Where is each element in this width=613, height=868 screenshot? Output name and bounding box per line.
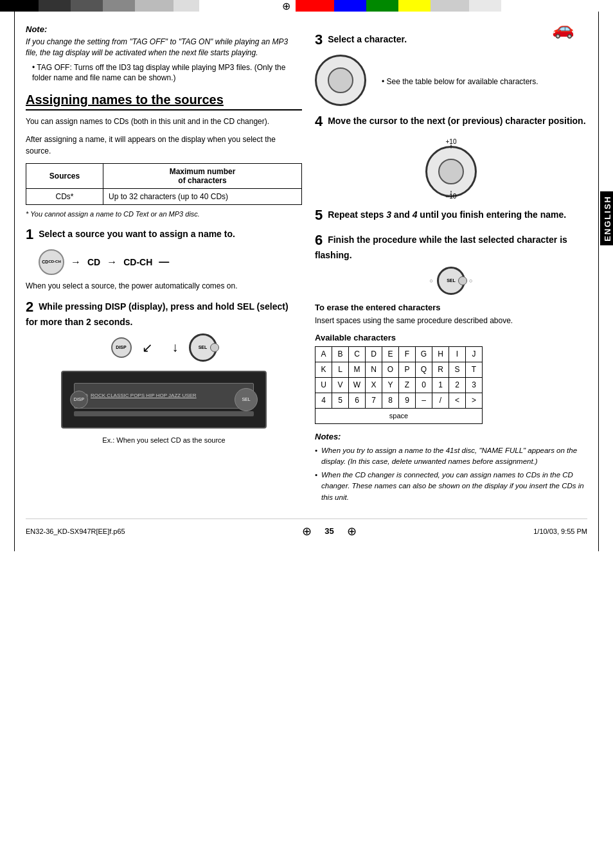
char-G: G [416, 346, 432, 362]
char-gt: > [466, 393, 483, 408]
step5-italic-4: 4 [413, 209, 418, 220]
char-K: K [315, 362, 332, 377]
radio-disp-btn: DISP [70, 391, 88, 409]
left-border [14, 12, 15, 551]
step1-heading: 1 Select a source you want to assign a n… [26, 226, 302, 244]
char-lt: < [449, 393, 466, 408]
avail-chars-heading: Available characters [315, 333, 587, 342]
footnote: * You cannot assign a name to CD Text or… [26, 210, 302, 218]
top-bar-right [296, 0, 613, 12]
color-white [501, 0, 613, 12]
char-A: A [315, 346, 332, 362]
char-4: 4 [315, 393, 332, 408]
cd-to-label: CD-CH [123, 257, 152, 267]
color-red [296, 0, 334, 12]
char-U: U [315, 377, 332, 393]
step4-svg [422, 136, 480, 200]
color-lighter [173, 0, 199, 12]
step6-diagram: ○ SEL ○ [315, 267, 587, 295]
note-bottom-2: When the CD changer is connected, you ca… [315, 470, 587, 503]
left-column: Note: If you change the setting from "TA… [26, 24, 302, 506]
english-tab: ENGLISH [600, 191, 613, 245]
char-7: 7 [366, 393, 382, 408]
note-bottom-1: When you try to assign a name to the 41s… [315, 445, 587, 468]
note-block: Note: If you change the setting from "TA… [26, 24, 302, 84]
right-column: 3 Select a character. See the table belo… [315, 24, 587, 506]
note-text: If you change the setting from "TAG OFF"… [26, 37, 302, 58]
step4-num: 4 [315, 113, 323, 129]
disp-btn-group: DISP [111, 337, 132, 358]
step6-heading: 6 Finish the procedure while the last se… [315, 231, 587, 261]
intro-text-2: After assigning a name, it will appears … [26, 134, 302, 157]
color-green [366, 0, 398, 12]
char-space: space [315, 408, 483, 423]
sel-indicator-o: ○ [430, 278, 433, 284]
disp-button: DISP [111, 337, 132, 358]
sel-text-6: SEL [447, 278, 456, 283]
char-R: R [432, 362, 449, 377]
knob-3-inner [328, 67, 353, 93]
top-bar-left [0, 0, 276, 12]
char-Z: Z [399, 377, 416, 393]
step6-text: Finish the procedure while the last sele… [315, 235, 567, 261]
char-8: 8 [382, 393, 399, 408]
cd-diagram: CD CD-CH → CD → CD-CH — [39, 249, 302, 275]
step3-diagram: See the table below for available charac… [315, 55, 587, 106]
knob-3-container [315, 55, 366, 106]
source-labels: ROCK CLASSIC POPS HIP HOP JAZZ USER [91, 393, 197, 398]
step4-text: Move the cursor to the next (or previous… [328, 116, 585, 126]
char-dash: – [416, 393, 432, 408]
sources-table: Sources Maximum number of characters CDs… [26, 163, 302, 205]
char-V: V [332, 377, 349, 393]
color-gray [103, 0, 135, 12]
step2-heading: 2 While pressing DISP (display), press a… [26, 298, 302, 328]
cd-button: CD CD-CH [39, 249, 64, 275]
footer-left: EN32-36_KD-SX947R[EE]f.p65 [26, 527, 125, 535]
arrow-right-2: → [107, 256, 117, 268]
notes-bottom-label: Notes: [315, 432, 587, 441]
char-3: 3 [466, 377, 483, 393]
char-9: 9 [399, 393, 416, 408]
step4-heading: 4 Move the cursor to the next (or previo… [315, 112, 587, 131]
char-M: M [349, 362, 366, 377]
color-black [0, 0, 39, 12]
color-mid [71, 0, 103, 12]
step1-num: 1 [26, 226, 33, 242]
sel-indicator-o2: ○ [469, 278, 472, 284]
page-footer: EN32-36_KD-SX947R[EE]f.p65 ⊕ 35 ⊕ 1/10/0… [26, 518, 587, 538]
content-wrapper: Note: If you change the setting from "TA… [26, 24, 587, 506]
color-silver [431, 0, 469, 12]
knob-3-outer [315, 55, 366, 106]
down-arrows: ↙ ↓ [142, 340, 179, 355]
step3-heading: 3 Select a character. [315, 31, 587, 49]
char-1: 1 [432, 377, 449, 393]
tag-off-bullet: TAG OFF: Turns off the ID3 tag display w… [26, 62, 302, 84]
top-color-bar: ⊕ [0, 0, 613, 12]
char-E: E [382, 346, 399, 362]
right-border [598, 12, 599, 551]
char-0: 0 [416, 377, 432, 393]
arrow-right-1: → [71, 256, 81, 268]
chars-row-2: K L M N O P Q R S T [315, 362, 483, 377]
step2-text: While pressing DISP (display), press and… [26, 301, 289, 328]
char-slash: / [432, 393, 449, 408]
step1-text: Select a source you want to assign a nam… [39, 229, 235, 239]
knob-4-container: +10 –10 [422, 136, 480, 200]
arrow-right-3: — [159, 256, 169, 268]
caption-text: Ex.: When you select CD as the source [102, 436, 225, 444]
footer-center-group: ⊕ 35 ⊕ [302, 524, 356, 538]
table-header-chars: Maximum number of characters [103, 164, 302, 189]
chars-row-1: A B C D E F G H I J [315, 346, 483, 362]
step1-para: When you select a source, the power auto… [26, 280, 302, 292]
table-header-sources: Sources [26, 164, 103, 189]
sel-btn-group: SEL [189, 333, 217, 362]
char-W: W [349, 377, 366, 393]
crosshair-bottom: ⊕ [302, 524, 312, 538]
step5-num: 5 [315, 207, 323, 223]
crosshair-bottom-right: ⊕ [347, 524, 357, 538]
color-blue [334, 0, 366, 12]
sel-label: SEL [199, 345, 208, 350]
step5-text: Repeat steps 3 and 4 until you finish en… [328, 209, 566, 220]
chars-row-3: U V W X Y Z 0 1 2 3 [315, 377, 483, 393]
step6-num: 6 [315, 232, 323, 248]
